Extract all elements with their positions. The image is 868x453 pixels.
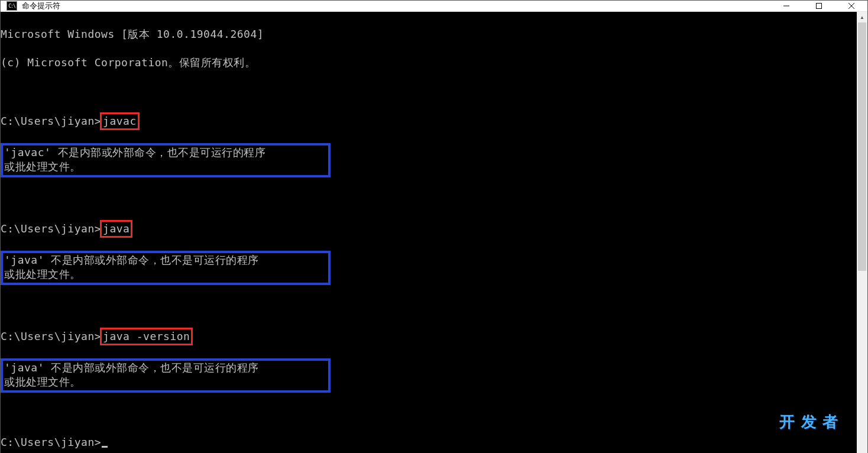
cmd-window: C:\ 命令提示符 Microsoft Windows [版本 10.0.190… [0,0,868,453]
window-controls [770,1,867,11]
close-button[interactable] [835,1,867,11]
scroll-track[interactable] [857,22,867,453]
prompt-line: C:\Users\jiyan> [1,435,857,449]
header-line: Microsoft Windows [版本 10.0.19044.2604] [1,27,857,41]
titlebar-left: C:\ 命令提示符 [1,1,60,11]
command-highlight: java [100,220,132,238]
error-line: 或批处理文件。 [4,375,327,389]
error-highlight: 'javac' 不是内部或外部命令，也不是可运行的程序或批处理文件。 [1,143,331,177]
close-icon [848,2,855,9]
window-title: 命令提示符 [22,1,60,11]
error-highlight: 'java' 不是内部或外部命令，也不是可运行的程序或批处理文件。 [1,358,331,393]
prompt: C:\Users\jiyan> [1,222,101,235]
prompt: C:\Users\jiyan> [1,115,101,127]
prompt-line: C:\Users\jiyan>java [1,220,857,238]
blank-line [1,407,857,421]
error-line: 'java' 不是内部或外部命令，也不是可运行的程序 [4,253,327,267]
minimize-icon [783,2,790,9]
prompt: C:\Users\jiyan> [1,330,101,342]
cmd-icon: C:\ [7,1,17,11]
maximize-icon [815,2,822,9]
error-line: 'java' 不是内部或外部命令，也不是可运行的程序 [4,361,327,375]
terminal[interactable]: Microsoft Windows [版本 10.0.19044.2604] (… [1,12,857,453]
cursor [102,446,108,448]
prompt-line: C:\Users\jiyan>java -version [1,328,857,345]
scroll-thumb[interactable] [858,22,866,271]
blank-line [1,299,857,313]
header-line: (c) Microsoft Corporation。保留所有权利。 [1,56,857,70]
blank-line [1,84,857,98]
minimize-button[interactable] [770,1,802,11]
error-line: 'javac' 不是内部或外部命令，也不是可运行的程序 [4,145,327,160]
svg-rect-1 [816,4,821,9]
error-line: 或批处理文件。 [4,267,327,281]
titlebar[interactable]: C:\ 命令提示符 [1,1,867,12]
error-line: 或批处理文件。 [4,160,327,174]
command-highlight: javac [100,112,140,130]
blank-line [1,192,857,206]
terminal-wrap: Microsoft Windows [版本 10.0.19044.2604] (… [1,12,867,453]
prompt: C:\Users\jiyan> [1,436,101,448]
maximize-button[interactable] [802,1,835,11]
command-highlight: java -version [100,328,193,345]
scroll-up-button[interactable]: ▲ [857,12,867,22]
vertical-scrollbar[interactable]: ▲ ▼ [857,12,867,453]
error-highlight: 'java' 不是内部或外部命令，也不是可运行的程序或批处理文件。 [1,251,331,285]
prompt-line: C:\Users\jiyan>javac [1,112,857,130]
